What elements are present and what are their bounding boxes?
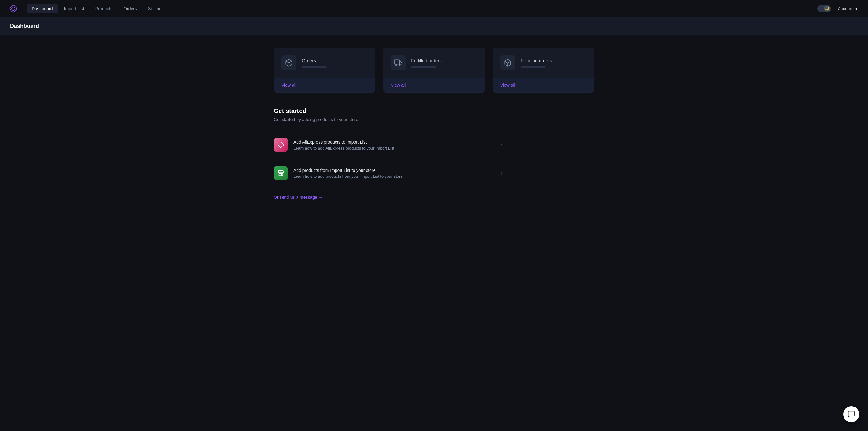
- svg-point-2: [395, 64, 397, 66]
- nav-item-settings[interactable]: Settings: [143, 4, 169, 13]
- stat-card-orders: Orders View all: [274, 48, 375, 93]
- stat-info-fulfilled: Fulfilled orders: [411, 58, 477, 68]
- tag-icon: [277, 142, 284, 148]
- chat-icon: [847, 410, 855, 418]
- stat-card-pending: Pending orders View all: [493, 48, 594, 93]
- truck-icon: [394, 59, 402, 67]
- get-started-item-aliexpress[interactable]: Add AliExpress products to Import List L…: [274, 131, 503, 159]
- get-started-title: Get started: [274, 107, 594, 115]
- stat-card-top-orders: Orders: [274, 48, 375, 78]
- pending-box-icon: [504, 59, 512, 67]
- stat-card-top-pending: Pending orders: [493, 48, 594, 78]
- nav-item-dashboard[interactable]: Dashboard: [27, 4, 58, 13]
- stat-info-pending: Pending orders: [521, 58, 587, 68]
- box-icon: [285, 59, 293, 67]
- aliexpress-item-desc: Learn how to add AliExpress products to …: [293, 146, 493, 151]
- get-started-items: Add AliExpress products to Import List L…: [274, 131, 594, 187]
- stat-bar-fulfilled: [411, 66, 436, 68]
- stat-label-pending: Pending orders: [521, 58, 587, 63]
- stat-card-bottom-orders: View all: [274, 78, 375, 92]
- svg-point-3: [400, 64, 401, 66]
- send-message-link[interactable]: Or send us a message →: [274, 195, 323, 200]
- store-chevron-icon: ›: [501, 170, 503, 177]
- store-icon-wrap: [274, 166, 288, 180]
- stat-card-bottom-fulfilled: View all: [383, 78, 485, 92]
- nav-right: 🌙 Account ▾: [817, 4, 861, 13]
- aliexpress-item-title: Add AliExpress products to Import List: [293, 140, 493, 145]
- stat-label-orders: Orders: [302, 58, 368, 63]
- stat-card-bottom-pending: View all: [493, 78, 594, 92]
- get-started-item-store[interactable]: Add products from Import List to your st…: [274, 159, 503, 187]
- chat-button[interactable]: [843, 406, 859, 422]
- fulfilled-icon: [391, 55, 405, 70]
- store-item-title: Add products from Import List to your st…: [293, 168, 493, 173]
- view-all-fulfilled[interactable]: View all: [391, 83, 405, 88]
- stat-info-orders: Orders: [302, 58, 368, 68]
- aliexpress-item-text: Add AliExpress products to Import List L…: [293, 140, 493, 151]
- nav-links: Dashboard Import List Products Orders Se…: [27, 4, 817, 13]
- store-item-text: Add products from Import List to your st…: [293, 168, 493, 179]
- get-started-subtitle: Get started by adding products to your s…: [274, 117, 594, 122]
- stat-bar-pending: [521, 66, 546, 68]
- view-all-pending[interactable]: View all: [500, 83, 515, 88]
- chevron-down-icon: ▾: [855, 6, 858, 11]
- store-item-desc: Learn how to add products from your Impo…: [293, 174, 493, 179]
- logo[interactable]: [7, 3, 19, 14]
- nav-item-import-list[interactable]: Import List: [59, 4, 89, 13]
- pending-icon: [500, 55, 515, 70]
- stat-card-fulfilled: Fulfilled orders View all: [383, 48, 485, 93]
- aliexpress-icon-wrap: [274, 138, 288, 152]
- page-title: Dashboard: [10, 23, 858, 29]
- nav-item-products[interactable]: Products: [90, 4, 117, 13]
- svg-rect-1: [394, 60, 399, 64]
- page-header: Dashboard: [0, 17, 868, 35]
- theme-toggle-knob: 🌙: [824, 6, 830, 12]
- nav-item-orders[interactable]: Orders: [119, 4, 142, 13]
- account-button[interactable]: Account ▾: [835, 4, 861, 13]
- stat-card-top-fulfilled: Fulfilled orders: [383, 48, 485, 78]
- view-all-orders[interactable]: View all: [281, 83, 296, 88]
- navbar: Dashboard Import List Products Orders Se…: [0, 0, 868, 17]
- store-icon: [277, 170, 284, 177]
- stat-bar-orders: [302, 66, 327, 68]
- main-content: Orders View all F: [264, 35, 604, 222]
- stats-row: Orders View all F: [274, 48, 594, 93]
- aliexpress-chevron-icon: ›: [501, 142, 503, 148]
- orders-icon: [281, 55, 296, 70]
- theme-toggle[interactable]: 🌙: [817, 5, 831, 12]
- get-started-section: Get started Get started by adding produc…: [274, 107, 594, 200]
- stat-label-fulfilled: Fulfilled orders: [411, 58, 477, 63]
- svg-rect-6: [279, 174, 283, 176]
